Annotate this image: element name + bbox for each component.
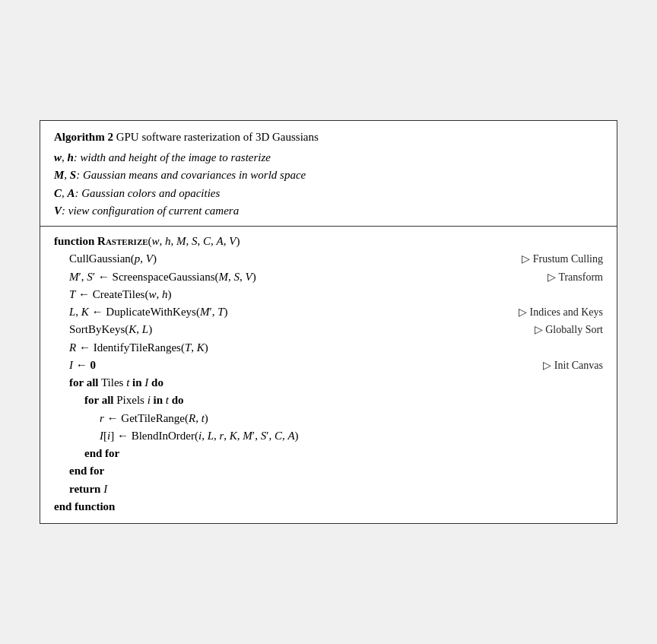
line-end-for-inner: end for bbox=[84, 445, 603, 462]
line-duplicatewithkeys: L, K ← DuplicateWithKeys(M′, T) Indices … bbox=[69, 303, 603, 321]
code-identifytileranges: R ← IdentifyTileRanges(T, K) bbox=[69, 339, 208, 357]
comment-globally-sort: Globally Sort bbox=[535, 322, 603, 338]
code-duplicatewithkeys: L, K ← DuplicateWithKeys(M′, T) bbox=[69, 303, 228, 321]
comment-frustum-culling: Frustum Culling bbox=[522, 251, 603, 268]
comment-indices-and-keys: Indices and Keys bbox=[519, 304, 603, 321]
line-for-pixels: for all Pixels i in t do bbox=[84, 392, 603, 409]
line-createtiles: T ← CreateTiles(w, h) bbox=[69, 286, 603, 303]
param-line-v: V: view configuration of current camera bbox=[54, 202, 603, 220]
line-end-function: end function bbox=[54, 498, 603, 516]
line-sortbykeys: SortByKeys(K, L) Globally Sort bbox=[69, 321, 603, 338]
line-screenspace: M′, S′ ← ScreenspaceGaussians(M, S, V) T… bbox=[69, 268, 603, 286]
line-for-tiles: for all Tiles t in I do bbox=[69, 374, 603, 392]
code-end-for-outer: end for bbox=[69, 462, 104, 480]
algorithm-body: function Rasterize(w, h, M, S, C, A, V) … bbox=[40, 227, 617, 523]
line-blendinorder: I[i] ← BlendInOrder(i, L, r, K, M′, S′, … bbox=[100, 427, 603, 445]
algorithm-header: Algorithm 2 GPU software rasterization o… bbox=[40, 121, 617, 227]
line-end-for-outer: end for bbox=[69, 462, 603, 480]
code-return: return I bbox=[69, 481, 107, 498]
line-gettilerange: r ← GetTileRange(R, t) bbox=[100, 410, 603, 427]
code-for-tiles: for all Tiles t in I do bbox=[69, 374, 163, 392]
comment-init-canvas: Init Canvas bbox=[543, 357, 603, 374]
code-function: function Rasterize(w, h, M, S, C, A, V) bbox=[54, 233, 240, 250]
line-identifytileranges: R ← IdentifyTileRanges(T, K) bbox=[69, 339, 603, 357]
comment-transform: Transform bbox=[548, 269, 603, 286]
algorithm-params: w, h: width and height of the image to r… bbox=[54, 149, 603, 220]
code-blendinorder: I[i] ← BlendInOrder(i, L, r, K, M′, S′, … bbox=[100, 427, 299, 445]
code-screenspace: M′, S′ ← ScreenspaceGaussians(M, S, V) bbox=[69, 268, 256, 286]
line-init-canvas: I ← 0 Init Canvas bbox=[69, 357, 603, 374]
code-for-pixels: for all Pixels i in t do bbox=[84, 392, 184, 409]
param-line-wh: w, h: width and height of the image to r… bbox=[54, 149, 603, 167]
algorithm-box: Algorithm 2 GPU software rasterization o… bbox=[40, 120, 617, 524]
algorithm-title-line: Algorithm 2 GPU software rasterization o… bbox=[54, 128, 603, 146]
param-line-ca: C, A: Gaussian colors and opacities bbox=[54, 185, 603, 202]
code-sortbykeys: SortByKeys(K, L) bbox=[69, 321, 152, 338]
param-line-ms: M, S: Gaussian means and covariances in … bbox=[54, 167, 603, 184]
code-init-canvas: I ← 0 bbox=[69, 357, 96, 374]
code-cullgaussian: CullGaussian(p, V) bbox=[69, 250, 157, 268]
line-function: function Rasterize(w, h, M, S, C, A, V) bbox=[54, 233, 603, 250]
algorithm-title-rest: GPU software rasterization of 3D Gaussia… bbox=[113, 131, 319, 143]
code-end-function: end function bbox=[54, 498, 115, 516]
line-return: return I bbox=[69, 481, 603, 498]
code-gettilerange: r ← GetTileRange(R, t) bbox=[100, 410, 208, 427]
algorithm-label: Algorithm 2 bbox=[54, 131, 113, 143]
code-end-for-inner: end for bbox=[84, 445, 119, 462]
line-cullgaussian: CullGaussian(p, V) Frustum Culling bbox=[69, 250, 603, 268]
code-createtiles: T ← CreateTiles(w, h) bbox=[69, 286, 171, 303]
